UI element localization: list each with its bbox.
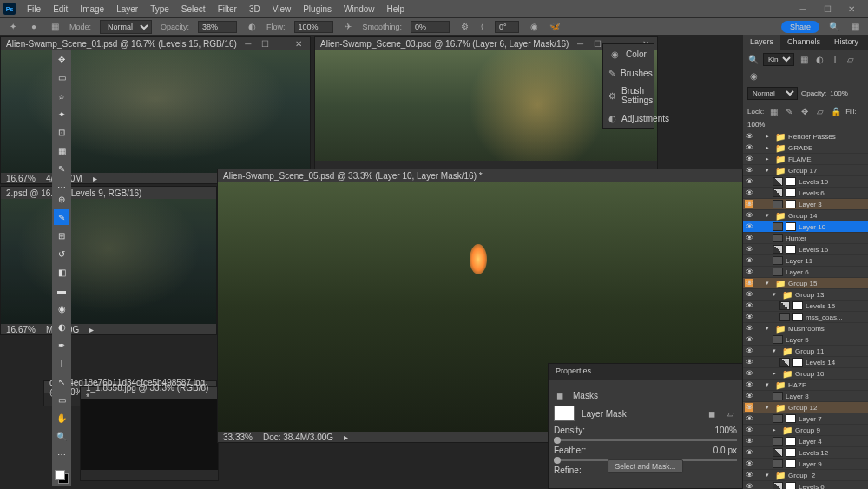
flyout-brush-settings[interactable]: ⚙Brush Settings	[603, 83, 654, 109]
visibility-icon[interactable]: 👁	[745, 143, 753, 152]
expand-icon[interactable]: ▸	[773, 370, 779, 377]
layer-row[interactable]: 👁Levels 14	[743, 357, 868, 368]
layer-row[interactable]: 👁Levels 6	[743, 188, 868, 199]
pressure-size-icon[interactable]: ◉	[528, 21, 540, 33]
brush-tool[interactable]: ✎	[54, 209, 69, 225]
layer-row[interactable]: 👁▾📁Group_2	[743, 470, 868, 481]
expand-icon[interactable]: ▾	[773, 291, 779, 298]
flyout-brushes[interactable]: ✎Brushes	[603, 63, 654, 83]
zoom-value[interactable]: 16.67%	[6, 325, 36, 334]
canvas[interactable]	[1, 199, 216, 324]
minimize-icon[interactable]: ─	[797, 3, 809, 15]
layer-row[interactable]: 👁Levels 6	[743, 481, 868, 489]
share-button[interactable]: Share	[781, 21, 819, 33]
move-tool[interactable]: ✥	[54, 51, 69, 67]
layer-row[interactable]: 👁Layer 9	[743, 459, 868, 470]
expand-icon[interactable]: ▾	[766, 280, 773, 287]
expand-icon[interactable]: ▸	[766, 155, 773, 162]
layer-row[interactable]: 👁▾📁Group 12	[743, 402, 868, 413]
lock-all-icon[interactable]: 🔒	[830, 105, 842, 117]
visibility-icon[interactable]: 👁	[745, 200, 753, 208]
layer-row[interactable]: 👁Levels 16	[743, 244, 868, 255]
tab-channels[interactable]: Channels	[780, 35, 827, 50]
brush-tool-icon[interactable]: ✦	[7, 21, 19, 33]
flyout-adjustments[interactable]: ◐Adjustments	[603, 109, 654, 128]
visibility-icon[interactable]: 👁	[745, 369, 753, 378]
lock-pixel-icon[interactable]: ✎	[783, 105, 795, 117]
tab-history[interactable]: History	[827, 35, 865, 50]
mask-thumb[interactable]	[554, 406, 575, 421]
blend-mode-select[interactable]: Normal	[100, 20, 152, 34]
wand-tool[interactable]: ✦	[54, 106, 69, 122]
visibility-icon[interactable]: 👁	[745, 471, 753, 479]
expand-icon[interactable]: ▾	[766, 381, 773, 388]
blur-tool[interactable]: ◉	[54, 301, 69, 316]
stamp-tool[interactable]: ⊞	[54, 228, 69, 243]
zoom-tool[interactable]: 🔍	[54, 428, 69, 444]
layer-row[interactable]: 👁▸📁GRADE	[743, 142, 868, 154]
visibility-icon[interactable]: 👁	[745, 358, 753, 367]
flow-input[interactable]: 100%	[294, 21, 333, 33]
visibility-icon[interactable]: 👁	[745, 245, 753, 254]
expand-icon[interactable]: ▸	[766, 144, 773, 151]
lock-trans-icon[interactable]: ▦	[767, 105, 779, 117]
visibility-icon[interactable]: 👁	[745, 234, 753, 242]
expand-icon[interactable]: ▾	[766, 325, 773, 332]
expand-icon[interactable]: ▾	[773, 347, 779, 354]
flyout-color[interactable]: ◉Color	[603, 44, 654, 63]
search-icon[interactable]: 🔍	[828, 21, 840, 33]
layer-row[interactable]: 👁▾📁Group 11	[743, 346, 868, 357]
layer-row[interactable]: 👁Levels 15	[743, 301, 868, 312]
menu-help[interactable]: Help	[381, 3, 411, 16]
menu-layer[interactable]: Layer	[110, 3, 144, 16]
eyedropper-tool[interactable]: ✎	[54, 161, 69, 176]
opacity-value[interactable]: 100%	[830, 89, 847, 97]
layer-row[interactable]: 👁mss_coas...	[743, 312, 868, 323]
menu-3d[interactable]: 3D	[243, 3, 266, 16]
marquee-tool[interactable]: ▭	[54, 69, 69, 85]
lasso-tool[interactable]: ⌕	[54, 88, 69, 103]
menu-type[interactable]: Type	[144, 3, 175, 16]
expand-icon[interactable]: ▾	[766, 212, 773, 219]
layer-row[interactable]: 👁Layer 7	[743, 413, 868, 425]
layer-row[interactable]: 👁Layer 10	[743, 221, 868, 233]
more-tools-2[interactable]: ⋯	[54, 446, 69, 462]
canvas[interactable]	[81, 399, 218, 470]
type-tool[interactable]: T	[54, 355, 69, 371]
eraser-tool[interactable]: ◧	[54, 264, 69, 280]
symmetry-icon[interactable]: 🦋	[549, 21, 561, 33]
close-icon[interactable]: ✕	[845, 3, 858, 15]
visibility-icon[interactable]: 👁	[745, 313, 753, 321]
density-slider[interactable]	[554, 439, 737, 441]
filter-pixel-icon[interactable]: ▦	[798, 54, 810, 66]
visibility-icon[interactable]: 👁	[745, 324, 753, 333]
menu-plugins[interactable]: Plugins	[297, 3, 338, 16]
angle-input[interactable]: 0°	[495, 21, 519, 33]
maximize-icon[interactable]: ☐	[821, 3, 833, 15]
expand-icon[interactable]: ▾	[766, 472, 773, 479]
layer-row[interactable]: 👁Layer 11	[743, 255, 868, 267]
gradient-tool[interactable]: ▬	[54, 282, 69, 298]
visibility-icon[interactable]: 👁	[745, 392, 753, 400]
lock-artb-icon[interactable]: ▱	[814, 105, 826, 117]
expand-icon[interactable]: ▾	[766, 404, 773, 411]
visibility-icon[interactable]: 👁	[745, 347, 753, 355]
layer-row[interactable]: 👁Layer 6	[743, 267, 868, 278]
visibility-icon[interactable]: 👁	[745, 414, 753, 423]
history-brush-tool[interactable]: ↺	[54, 246, 69, 261]
expand-icon[interactable]: ▸	[773, 426, 779, 433]
layer-row[interactable]: 👁▾📁Group 13	[743, 289, 868, 301]
brush-preset-icon[interactable]: ●	[28, 21, 40, 33]
layer-row[interactable]: 👁▾📁Group 15	[743, 278, 868, 289]
smoothing-input[interactable]: 0%	[411, 21, 450, 33]
menu-edit[interactable]: Edit	[47, 3, 74, 16]
minimize-icon[interactable]: ─	[574, 37, 586, 50]
healing-tool[interactable]: ⊕	[54, 191, 69, 207]
search-icon[interactable]: 🔍	[747, 54, 760, 66]
menu-select[interactable]: Select	[175, 3, 212, 16]
opacity-input[interactable]: 38%	[198, 21, 237, 33]
menu-file[interactable]: File	[21, 3, 47, 16]
menu-view[interactable]: View	[266, 3, 298, 16]
maximize-icon[interactable]: ☐	[260, 37, 272, 50]
pen-tool[interactable]: ✒	[54, 337, 69, 353]
